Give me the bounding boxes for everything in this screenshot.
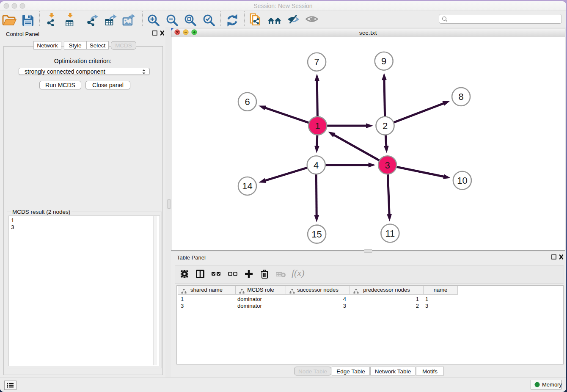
svg-text:15: 15 bbox=[311, 229, 322, 240]
svg-text:1: 1 bbox=[315, 121, 320, 131]
svg-text:6: 6 bbox=[245, 97, 250, 107]
svg-text:2: 2 bbox=[383, 121, 388, 131]
svg-text:3: 3 bbox=[385, 160, 390, 171]
svg-text:11: 11 bbox=[385, 228, 395, 239]
svg-text:10: 10 bbox=[457, 175, 467, 186]
svg-text:7: 7 bbox=[314, 57, 319, 67]
svg-text:14: 14 bbox=[242, 181, 252, 191]
svg-text:8: 8 bbox=[458, 91, 463, 102]
svg-text:9: 9 bbox=[381, 56, 386, 66]
svg-text:4: 4 bbox=[314, 160, 319, 171]
